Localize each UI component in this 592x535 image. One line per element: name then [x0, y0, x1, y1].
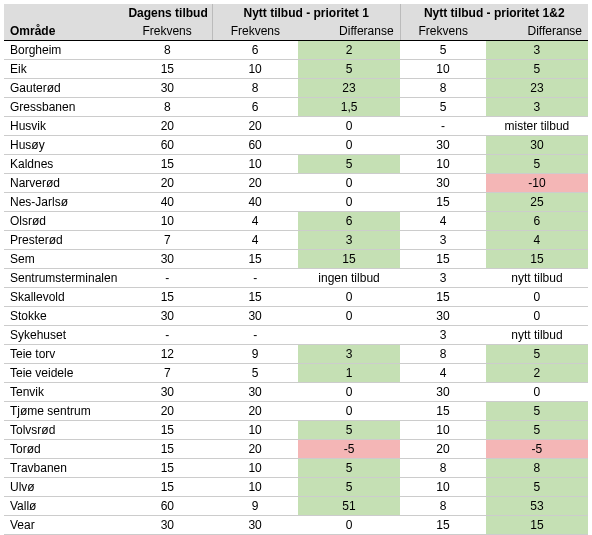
cell-diff-p12: 15	[486, 516, 588, 535]
cell-freq-p12: 5	[400, 41, 486, 60]
cell-freq-current: 20	[122, 117, 212, 136]
cell-area: Torød	[4, 440, 122, 459]
cell-diff-p1: 6	[298, 212, 400, 231]
cell-freq-p1: 30	[212, 383, 298, 402]
cell-freq-p12: 30	[400, 383, 486, 402]
cell-freq-p1: 40	[212, 193, 298, 212]
cell-diff-p1: 1	[298, 364, 400, 383]
cell-freq-p1: 10	[212, 459, 298, 478]
cell-diff-p12: 0	[486, 307, 588, 326]
cell-freq-current: 15	[122, 459, 212, 478]
cell-diff-p12: 2	[486, 364, 588, 383]
cell-diff-p1: 15	[298, 250, 400, 269]
table-row: Teie torv129385	[4, 345, 588, 364]
table-row: Stokke30300300	[4, 307, 588, 326]
cell-freq-current: 12	[122, 345, 212, 364]
cell-diff-p1: 1,5	[298, 98, 400, 117]
cell-freq-current: -	[122, 269, 212, 288]
cell-diff-p1: 23	[298, 79, 400, 98]
cell-diff-p12: 0	[486, 383, 588, 402]
table-row: Gauterød30823823	[4, 79, 588, 98]
cell-diff-p1: 5	[298, 459, 400, 478]
cell-area: Kaldnes	[4, 155, 122, 174]
cell-diff-p12: 8	[486, 459, 588, 478]
cell-freq-p12: 10	[400, 478, 486, 497]
cell-freq-p12: 4	[400, 364, 486, 383]
table-row: Tolvsrød15105105	[4, 421, 588, 440]
header-freq-3: Frekvens	[400, 22, 486, 41]
cell-freq-current: 15	[122, 440, 212, 459]
cell-freq-p1: 4	[212, 212, 298, 231]
cell-area: Skallevold	[4, 288, 122, 307]
cell-freq-p12: -	[400, 117, 486, 136]
cell-freq-p12: 5	[400, 98, 486, 117]
cell-freq-current: 30	[122, 79, 212, 98]
cell-diff-p12: nytt tilbud	[486, 326, 588, 345]
cell-diff-p12: 5	[486, 402, 588, 421]
cell-diff-p12: 4	[486, 231, 588, 250]
cell-diff-p1: -5	[298, 440, 400, 459]
cell-freq-current: 30	[122, 383, 212, 402]
cell-freq-p1: 8	[212, 79, 298, 98]
cell-freq-p1: 20	[212, 402, 298, 421]
cell-diff-p1: 0	[298, 383, 400, 402]
cell-freq-p1: 4	[212, 231, 298, 250]
table-row: Torød1520-520-5	[4, 440, 588, 459]
cell-diff-p12: 0	[486, 288, 588, 307]
cell-diff-p12: -10	[486, 174, 588, 193]
cell-area: Teie torv	[4, 345, 122, 364]
header-group-p12: Nytt tilbud - prioritet 1&2	[400, 4, 588, 22]
cell-freq-current: -	[122, 326, 212, 345]
table-row: Tenvik30300300	[4, 383, 588, 402]
cell-diff-p1: 0	[298, 174, 400, 193]
cell-diff-p1: 5	[298, 60, 400, 79]
cell-freq-current: 7	[122, 364, 212, 383]
cell-freq-p12: 3	[400, 269, 486, 288]
table-row: Vallø60951853	[4, 497, 588, 516]
cell-diff-p1: ingen tilbud	[298, 269, 400, 288]
cell-freq-current: 60	[122, 136, 212, 155]
cell-freq-p1: -	[212, 269, 298, 288]
cell-diff-p12: 5	[486, 421, 588, 440]
cell-freq-p1: 20	[212, 440, 298, 459]
cell-diff-p12: 30	[486, 136, 588, 155]
table-row: Kaldnes15105105	[4, 155, 588, 174]
cell-area: Husvik	[4, 117, 122, 136]
table-body: Borgheim86253Eik15105105Gauterød30823823…	[4, 41, 588, 535]
table-row: Sykehuset--3nytt tilbud	[4, 326, 588, 345]
cell-freq-current: 15	[122, 478, 212, 497]
header-diff-2: Differanse	[298, 22, 400, 41]
cell-freq-p12: 4	[400, 212, 486, 231]
cell-diff-p1: 51	[298, 497, 400, 516]
cell-freq-p1: 6	[212, 41, 298, 60]
cell-diff-p12: 15	[486, 250, 588, 269]
cell-freq-p1: 60	[212, 136, 298, 155]
cell-area: Stokke	[4, 307, 122, 326]
cell-area: Nes-Jarlsø	[4, 193, 122, 212]
cell-area: Olsrød	[4, 212, 122, 231]
table-row: Borgheim86253	[4, 41, 588, 60]
cell-freq-current: 40	[122, 193, 212, 212]
cell-freq-p12: 15	[400, 288, 486, 307]
cell-freq-p1: 10	[212, 421, 298, 440]
table-row: Teie veidele75142	[4, 364, 588, 383]
cell-freq-current: 15	[122, 60, 212, 79]
cell-diff-p12: 5	[486, 478, 588, 497]
cell-freq-current: 30	[122, 307, 212, 326]
cell-area: Sykehuset	[4, 326, 122, 345]
cell-freq-current: 20	[122, 402, 212, 421]
cell-area: Tjøme sentrum	[4, 402, 122, 421]
cell-area: Gressbanen	[4, 98, 122, 117]
table-row: Sentrumsterminalen--ingen tilbud3nytt ti…	[4, 269, 588, 288]
cell-freq-p12: 8	[400, 79, 486, 98]
table-row: Presterød74334	[4, 231, 588, 250]
cell-freq-p1: 9	[212, 497, 298, 516]
cell-freq-current: 15	[122, 155, 212, 174]
cell-freq-p12: 15	[400, 193, 486, 212]
cell-freq-p12: 30	[400, 307, 486, 326]
cell-diff-p1	[298, 326, 400, 345]
cell-diff-p1: 5	[298, 421, 400, 440]
table-row: Vear303001515	[4, 516, 588, 535]
table-row: Ulvø15105105	[4, 478, 588, 497]
cell-freq-p1: 30	[212, 307, 298, 326]
